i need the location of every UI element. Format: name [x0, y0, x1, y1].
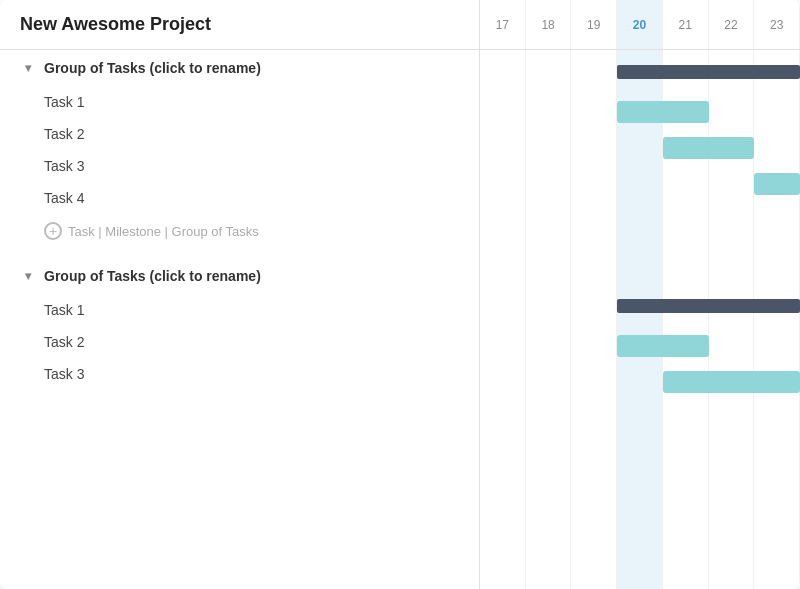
- group-bar[interactable]: [617, 65, 800, 79]
- add-icon-1[interactable]: +: [44, 222, 62, 240]
- project-title: New Awesome Project: [20, 14, 211, 35]
- task-bar[interactable]: [663, 137, 754, 159]
- task-row-2-2: Task 2: [0, 326, 479, 358]
- task-panel: New Awesome Project ▾ Group of Tasks (cl…: [0, 0, 480, 589]
- timeline-row: [480, 166, 800, 202]
- group-label-1[interactable]: Group of Tasks (click to rename): [44, 60, 261, 76]
- app-container: New Awesome Project ▾ Group of Tasks (cl…: [0, 0, 800, 589]
- group-bar[interactable]: [617, 299, 800, 313]
- timeline-row: [480, 130, 800, 166]
- timeline-row: [480, 400, 800, 436]
- day-header-20: 20: [617, 0, 663, 49]
- timeline-row: [480, 328, 800, 364]
- task-label-2-3: Task 3: [44, 366, 84, 382]
- timeline-body: [480, 50, 800, 589]
- timeline-rows: [480, 50, 800, 589]
- task-label-2-1: Task 1: [44, 302, 84, 318]
- task-row-1-4: Task 4: [0, 182, 479, 214]
- task-row-2-3: Task 3: [0, 358, 479, 390]
- add-task-label-1[interactable]: Task | Milestone | Group of Tasks: [68, 224, 259, 239]
- task-row-2-1: Task 1: [0, 294, 479, 326]
- task-label-1-3: Task 3: [44, 158, 84, 174]
- task-label-1-1: Task 1: [44, 94, 84, 110]
- task-row-1-1: Task 1: [0, 86, 479, 118]
- timeline-row: [480, 364, 800, 400]
- task-label-1-2: Task 2: [44, 126, 84, 142]
- timeline-row: [480, 94, 800, 130]
- day-header-23: 23: [754, 0, 800, 49]
- day-header-21: 21: [663, 0, 709, 49]
- timeline-panel: 17181920212223: [480, 0, 800, 589]
- group-row-2[interactable]: ▾ Group of Tasks (click to rename): [0, 258, 479, 294]
- day-header-19: 19: [571, 0, 617, 49]
- timeline-row: [480, 202, 800, 238]
- task-label-2-2: Task 2: [44, 334, 84, 350]
- task-panel-header: New Awesome Project: [0, 0, 479, 50]
- day-header-17: 17: [480, 0, 526, 49]
- day-header-22: 22: [709, 0, 755, 49]
- group-label-2[interactable]: Group of Tasks (click to rename): [44, 268, 261, 284]
- task-row-1-2: Task 2: [0, 118, 479, 150]
- task-bar[interactable]: [617, 335, 708, 357]
- timeline-row: [480, 50, 800, 94]
- collapse-icon-2[interactable]: ▾: [20, 268, 36, 284]
- group-row-1[interactable]: ▾ Group of Tasks (click to rename): [0, 50, 479, 86]
- task-row-1-3: Task 3: [0, 150, 479, 182]
- task-label-1-4: Task 4: [44, 190, 84, 206]
- timeline-row: [480, 284, 800, 328]
- gantt-wrapper: New Awesome Project ▾ Group of Tasks (cl…: [0, 0, 800, 589]
- day-header-18: 18: [526, 0, 572, 49]
- timeline-row: [480, 238, 800, 274]
- collapse-icon-1[interactable]: ▾: [20, 60, 36, 76]
- task-list: ▾ Group of Tasks (click to rename) Task …: [0, 50, 479, 589]
- task-bar[interactable]: [754, 173, 800, 195]
- task-bar[interactable]: [663, 371, 800, 393]
- timeline-header: 17181920212223: [480, 0, 800, 50]
- task-bar[interactable]: [617, 101, 708, 123]
- add-task-row-1[interactable]: + Task | Milestone | Group of Tasks: [0, 214, 479, 248]
